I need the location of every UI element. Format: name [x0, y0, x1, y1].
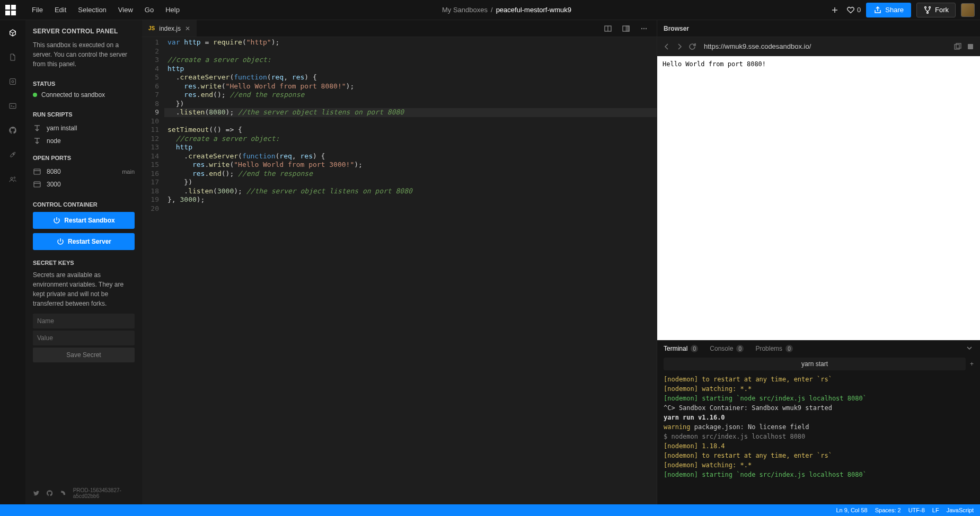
terminal-tab-console[interactable]: Console0 — [710, 345, 744, 352]
svg-rect-5 — [10, 103, 16, 108]
menu-item-view[interactable]: View — [113, 3, 138, 17]
sidebar: SERVER CONTROL PANEL This sandbox is exe… — [25, 20, 142, 504]
svg-point-8 — [14, 177, 15, 179]
activity-github-icon[interactable] — [5, 123, 20, 138]
back-icon[interactable] — [663, 42, 671, 51]
svg-rect-9 — [34, 169, 40, 174]
secrets-heading: SECRET KEYS — [33, 260, 135, 266]
browser-viewport[interactable]: Hello World from port 8080! — [657, 56, 980, 340]
like-count[interactable]: 0 — [846, 6, 861, 14]
layout-icon[interactable] — [620, 22, 632, 35]
script-row[interactable]: node — [33, 135, 135, 147]
right-panel: Browser Hello World from port 8080! Term… — [657, 20, 980, 504]
app-logo-icon[interactable] — [5, 5, 16, 15]
url-bar[interactable] — [701, 42, 949, 50]
status-eol[interactable]: LF — [932, 507, 939, 513]
menubar: FileEditSelectionViewGoHelp My Sandboxes… — [0, 0, 980, 20]
browser-icon — [33, 167, 41, 176]
forward-icon[interactable] — [675, 42, 684, 51]
activity-live-icon[interactable] — [5, 172, 20, 186]
sidebar-title: SERVER CONTROL PANEL — [33, 28, 135, 35]
share-button[interactable]: Share — [866, 3, 911, 17]
secrets-description: Secrets are available as environment var… — [33, 270, 135, 308]
terminal-tab-terminal[interactable]: Terminal0 — [664, 345, 698, 352]
terminal-panel: Terminal0Console0Problems0 yarn start + … — [657, 340, 980, 504]
browser-header: Browser — [657, 20, 980, 37]
activity-bar — [0, 20, 25, 504]
browser-toolbar — [657, 37, 980, 56]
activity-files-icon[interactable] — [5, 50, 20, 65]
sandbox-name[interactable]: peaceful-mestorf-wmuk9 — [496, 6, 571, 14]
svg-point-4 — [12, 81, 14, 83]
menu-item-help[interactable]: Help — [160, 3, 185, 17]
editor-body[interactable]: 1234567891011121314151617181920 var http… — [142, 37, 657, 504]
activity-deploy-icon[interactable] — [5, 147, 20, 162]
terminal-output[interactable]: [nodemon] to restart at any time, enter … — [657, 371, 980, 504]
terminal-tab-problems[interactable]: Problems0 — [755, 345, 793, 352]
svg-point-0 — [925, 6, 926, 8]
svg-rect-18 — [956, 43, 961, 48]
svg-rect-3 — [10, 79, 16, 85]
spectrum-icon[interactable] — [59, 489, 66, 497]
power-icon — [52, 216, 61, 225]
share-icon — [873, 6, 882, 14]
secret-value-input[interactable] — [33, 331, 135, 345]
add-terminal-icon[interactable]: + — [970, 360, 974, 368]
menu-item-edit[interactable]: Edit — [49, 3, 72, 17]
browser-icon — [33, 180, 41, 189]
svg-point-2 — [927, 12, 929, 13]
menu-item-selection[interactable]: Selection — [73, 3, 111, 17]
breadcrumb: My Sandboxes / peaceful-mestorf-wmuk9 — [185, 6, 828, 14]
tab-index-js[interactable]: JS index.js ✕ — [142, 20, 197, 37]
port-row[interactable]: 3000 — [33, 178, 135, 191]
sidebar-description: This sandbox is executed on a server. Yo… — [33, 40, 135, 69]
secret-name-input[interactable] — [33, 314, 135, 328]
status-language[interactable]: JavaScript — [947, 507, 974, 513]
js-file-icon: JS — [148, 25, 155, 31]
svg-rect-19 — [968, 44, 973, 49]
open-external-icon[interactable] — [953, 42, 962, 51]
menu-item-file[interactable]: File — [27, 3, 48, 17]
breadcrumb-prefix[interactable]: My Sandboxes — [442, 6, 488, 14]
activity-server-icon[interactable] — [5, 25, 20, 40]
editor-area: JS index.js ✕ 12345678910111213141516171… — [142, 20, 657, 504]
close-icon[interactable]: ✕ — [185, 25, 190, 32]
status-row: Connected to sandbox — [33, 91, 135, 99]
plus-icon[interactable] — [828, 4, 841, 16]
svg-rect-10 — [34, 182, 40, 187]
fork-button[interactable]: Fork — [916, 3, 956, 17]
svg-point-1 — [929, 6, 931, 8]
scripts-heading: RUN SCRIPTS — [33, 111, 135, 118]
status-encoding[interactable]: UTF-8 — [908, 507, 925, 513]
svg-point-6 — [13, 154, 14, 155]
run-icon — [33, 124, 41, 132]
more-icon[interactable] — [638, 22, 650, 35]
tab-label: index.js — [159, 25, 181, 32]
port-row[interactable]: 8080main — [33, 165, 135, 178]
ports-heading: OPEN PORTS — [33, 155, 135, 161]
status-position[interactable]: Ln 9, Col 58 — [836, 507, 867, 513]
restart-server-button[interactable]: Restart Server — [33, 233, 135, 250]
status-dot-icon — [33, 93, 37, 97]
activity-config-icon[interactable] — [5, 74, 20, 89]
terminal-subtab[interactable]: yarn start — [664, 358, 966, 370]
svg-point-16 — [646, 28, 647, 29]
status-heading: STATUS — [33, 81, 135, 87]
script-row[interactable]: yarn install — [33, 122, 135, 135]
restart-sandbox-button[interactable]: Restart Sandbox — [33, 212, 135, 229]
power-icon — [56, 237, 65, 246]
split-editor-icon[interactable] — [602, 22, 614, 35]
save-secret-button[interactable]: Save Secret — [33, 348, 135, 362]
collapse-panel-icon[interactable] — [965, 344, 974, 354]
reload-icon[interactable] — [688, 42, 696, 51]
avatar[interactable] — [961, 3, 975, 17]
heart-icon — [846, 6, 855, 14]
twitter-icon[interactable] — [33, 489, 40, 497]
github-icon[interactable] — [46, 489, 53, 497]
status-spaces[interactable]: Spaces: 2 — [875, 507, 901, 513]
menu-item-go[interactable]: Go — [139, 3, 159, 17]
fork-icon — [923, 6, 932, 14]
new-window-icon[interactable] — [966, 42, 975, 51]
svg-point-14 — [641, 28, 642, 29]
activity-terminal-icon[interactable] — [5, 99, 20, 113]
